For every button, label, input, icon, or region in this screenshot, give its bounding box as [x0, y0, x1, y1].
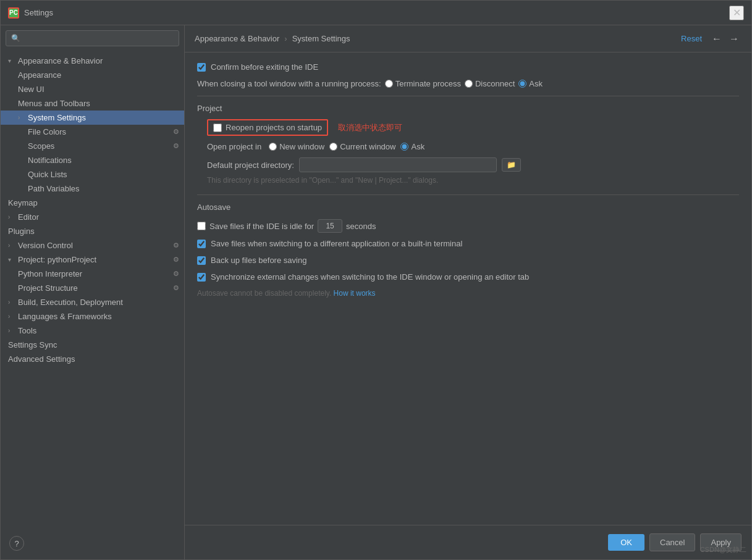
idle-seconds-input[interactable]: 15	[318, 219, 342, 233]
disconnect-radio[interactable]	[465, 80, 473, 88]
sidebar-item-scopes[interactable]: Scopes ⚙	[1, 139, 184, 153]
terminate-radio[interactable]	[385, 80, 393, 88]
reopen-projects-checkbox[interactable]	[213, 123, 222, 132]
expand-arrow: ›	[8, 214, 15, 220]
sidebar-item-build-execution[interactable]: › Build, Execution, Deployment	[1, 295, 184, 309]
save-on-switch-row: Save files when switching to a different…	[197, 239, 739, 248]
ok-button[interactable]: OK	[608, 534, 644, 551]
search-box[interactable]: 🔍	[6, 30, 179, 46]
close-button[interactable]: ✕	[729, 6, 744, 20]
sidebar-item-path-variables[interactable]: Path Variables	[1, 182, 184, 196]
sidebar-item-new-ui[interactable]: New UI	[1, 82, 184, 96]
open-project-in-row: Open project in New window Current windo…	[207, 142, 739, 151]
save-on-switch-label: Save files when switching to a different…	[211, 239, 462, 248]
reopen-projects-label: Reopen projects on startup	[226, 123, 322, 132]
ask-label: Ask	[529, 79, 543, 88]
project-indent: Reopen projects on startup 取消选中状态即可 Open…	[197, 119, 739, 185]
sidebar-item-settings-sync[interactable]: Settings Sync	[1, 338, 184, 352]
default-dir-input[interactable]	[299, 157, 497, 172]
sidebar-item-quick-lists[interactable]: Quick Lists	[1, 167, 184, 182]
expand-arrow: ›	[8, 327, 15, 334]
sidebar-item-advanced-settings[interactable]: Advanced Settings	[1, 352, 184, 366]
sidebar-item-label: Scopes	[28, 141, 54, 151]
new-window-radio[interactable]	[269, 143, 277, 151]
default-dir-label: Default project directory:	[207, 161, 294, 170]
autosave-cannot: Autosave cannot be disabled completely. …	[197, 289, 739, 298]
ask-open-radio[interactable]	[400, 143, 408, 151]
sidebar-item-project[interactable]: ▾ Project: pythonProject ⚙	[1, 253, 184, 267]
sidebar-item-label: Notifications	[28, 156, 72, 165]
disconnect-label: Disconnect	[475, 79, 515, 88]
closing-tool-window-row: When closing a tool window with a runnin…	[197, 79, 739, 88]
search-input[interactable]	[23, 34, 174, 43]
confirm-exit-label: Confirm before exiting the IDE	[211, 62, 318, 72]
sidebar-item-languages-frameworks[interactable]: › Languages & Frameworks	[1, 309, 184, 324]
breadcrumb-parent: Appearance & Behavior	[195, 34, 279, 43]
sidebar-item-project-structure[interactable]: Project Structure ⚙	[1, 281, 184, 295]
browse-button[interactable]: 📁	[502, 158, 521, 172]
current-window-option[interactable]: Current window	[329, 142, 395, 151]
annotation-text: 取消选中状态即可	[338, 122, 402, 133]
idle-save-label-before: Save files if the IDE is idle for	[209, 222, 314, 231]
sidebar-item-label: Version Control	[18, 241, 73, 250]
confirm-exit-row: Confirm before exiting the IDE	[197, 62, 739, 72]
sidebar-item-plugins[interactable]: Plugins	[1, 224, 184, 238]
sidebar-item-label: Appearance	[18, 70, 61, 80]
nav-buttons: Reset ← →	[681, 31, 741, 46]
expand-arrow: ▾	[8, 256, 15, 263]
sidebar-item-label: Menus and Toolbars	[18, 99, 90, 108]
sidebar-item-menus-toolbars[interactable]: Menus and Toolbars	[1, 96, 184, 111]
terminate-label: Terminate process	[395, 79, 461, 88]
sidebar-item-python-interpreter[interactable]: Python Interpreter ⚙	[1, 267, 184, 281]
help-button[interactable]: ?	[9, 536, 24, 551]
expand-arrow: ▾	[8, 57, 15, 64]
idle-save-checkbox[interactable]	[197, 222, 206, 230]
ask-option[interactable]: Ask	[518, 79, 543, 88]
breadcrumb-bar: Appearance & Behavior › System Settings …	[185, 25, 751, 52]
new-window-option[interactable]: New window	[269, 142, 324, 151]
disconnect-option[interactable]: Disconnect	[465, 79, 515, 88]
back-button[interactable]: ←	[709, 31, 724, 46]
sidebar-item-label: Languages & Frameworks	[18, 312, 112, 321]
sidebar-item-label: Appearance & Behavior	[18, 56, 103, 65]
sidebar-item-appearance-behavior[interactable]: ▾ Appearance & Behavior	[1, 54, 184, 68]
sidebar-item-label: New UI	[18, 85, 44, 94]
gear-icon: ⚙	[173, 128, 179, 136]
sync-external-row: Synchronize external changes when switch…	[197, 272, 739, 282]
sidebar-item-label: Settings Sync	[8, 340, 57, 349]
forward-button[interactable]: →	[727, 31, 741, 46]
sidebar-tree: ▾ Appearance & Behavior Appearance New U…	[1, 51, 184, 559]
backup-row: Back up files before saving	[197, 256, 739, 265]
sidebar: 🔍 ▾ Appearance & Behavior Appearance New…	[1, 25, 185, 559]
backup-checkbox[interactable]	[197, 256, 206, 265]
expand-arrow: ›	[8, 242, 15, 249]
sidebar-item-file-colors[interactable]: File Colors ⚙	[1, 125, 184, 139]
sidebar-item-tools[interactable]: › Tools	[1, 324, 184, 338]
reset-button[interactable]: Reset	[681, 31, 702, 46]
sidebar-item-editor[interactable]: › Editor	[1, 210, 184, 224]
current-window-label: Current window	[340, 142, 395, 151]
how-it-works-link[interactable]: How it works	[334, 289, 376, 298]
sidebar-item-label: Python Interpreter	[18, 269, 82, 278]
sidebar-item-appearance[interactable]: Appearance	[1, 68, 184, 82]
sidebar-item-label: Quick Lists	[28, 170, 67, 179]
ask-open-option[interactable]: Ask	[400, 142, 425, 151]
sidebar-item-version-control[interactable]: › Version Control ⚙	[1, 238, 184, 253]
ask-radio[interactable]	[518, 80, 526, 88]
sidebar-item-notifications[interactable]: Notifications	[1, 153, 184, 167]
terminate-option[interactable]: Terminate process	[385, 79, 461, 88]
save-on-switch-checkbox[interactable]	[197, 240, 206, 248]
app-icon: PC	[8, 7, 19, 19]
sidebar-item-label: Plugins	[8, 227, 35, 236]
current-window-radio[interactable]	[329, 143, 337, 151]
sidebar-item-label: Advanced Settings	[8, 354, 75, 364]
sidebar-item-keymap[interactable]: Keymap	[1, 196, 184, 210]
sync-external-checkbox[interactable]	[197, 273, 206, 282]
ask-open-label: Ask	[411, 142, 425, 151]
cancel-button[interactable]: Cancel	[649, 533, 695, 551]
open-project-in-label: Open project in	[207, 142, 261, 151]
sidebar-item-label: Tools	[18, 326, 36, 335]
sidebar-item-system-settings[interactable]: › System Settings	[1, 111, 184, 125]
confirm-exit-checkbox[interactable]	[197, 63, 206, 72]
sidebar-item-label: Editor	[18, 212, 39, 222]
